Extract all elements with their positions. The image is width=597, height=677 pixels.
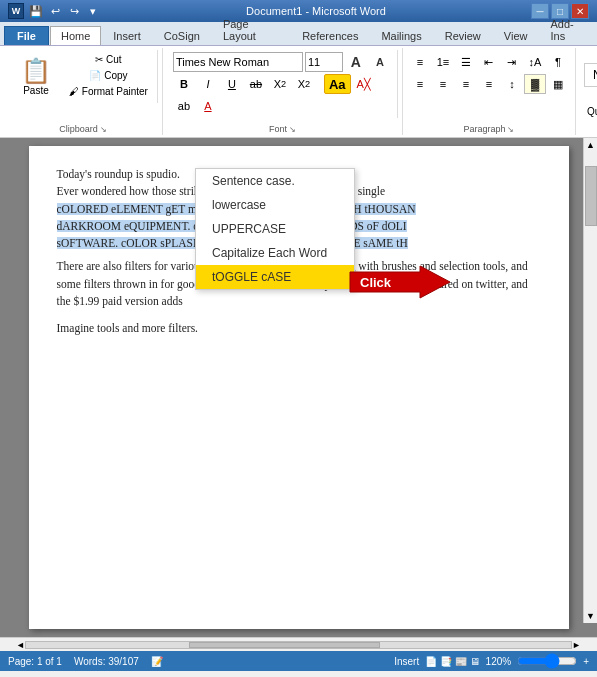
- tab-home[interactable]: Home: [50, 26, 101, 45]
- change-case-button[interactable]: Aa: [324, 74, 351, 94]
- ribbon-tabs: File Home Insert CoSign Page Layout Refe…: [0, 22, 597, 46]
- align-center-button[interactable]: ≡: [432, 74, 454, 94]
- bullets-button[interactable]: ≡: [409, 52, 431, 72]
- quick-change-styles-button[interactable]: Quick Change Styles: [582, 101, 597, 121]
- status-right: Insert 📄 📑 📰 🖥 120% +: [394, 656, 589, 667]
- doc-paragraph-4: Imagine tools and more filters.: [57, 320, 541, 337]
- paragraph-group: ≡ 1≡ ☰ ⇤ ⇥ ↕A ¶ ≡ ≡ ≡ ≡ ↕ ▓: [403, 48, 576, 135]
- sentence-case-item[interactable]: Sentence case.: [196, 169, 354, 193]
- window-title: Document1 - Microsoft Word: [101, 5, 531, 17]
- scroll-right-arrow[interactable]: ►: [572, 640, 581, 650]
- font-group: A A B I U ab X2 X2 Aa A╳: [163, 48, 403, 135]
- cut-button[interactable]: ✂ Cut: [64, 52, 153, 67]
- vertical-scrollbar[interactable]: ▲ ▼: [583, 138, 597, 623]
- title-bar-left: W 💾 ↩ ↪ ▾: [8, 3, 101, 19]
- tab-references[interactable]: References: [291, 26, 369, 45]
- zoom-in-button[interactable]: +: [583, 656, 589, 667]
- quick-access-toolbar: 💾 ↩ ↪ ▾: [28, 3, 101, 19]
- tab-review[interactable]: Review: [434, 26, 492, 45]
- decrease-indent-button[interactable]: ⇤: [478, 52, 500, 72]
- scroll-down-arrow[interactable]: ▼: [584, 609, 597, 623]
- zoom-slider[interactable]: [517, 656, 577, 666]
- h-scroll-thumb[interactable]: [189, 642, 380, 648]
- tab-mailings[interactable]: Mailings: [370, 26, 432, 45]
- clipboard-group: 📋 Paste ✂ Cut 📄 Copy 🖌 Format Painter Cl…: [4, 48, 163, 135]
- spell-check-icon[interactable]: 📝: [151, 656, 163, 667]
- lowercase-item[interactable]: lowercase: [196, 193, 354, 217]
- ribbon: 📋 Paste ✂ Cut 📄 Copy 🖌 Format Painter Cl…: [0, 46, 597, 138]
- increase-indent-button[interactable]: ⇥: [501, 52, 523, 72]
- click-annotation: Click: [340, 264, 460, 300]
- border-button[interactable]: ▦: [547, 74, 569, 94]
- words-info: Words: 39/107: [74, 656, 139, 667]
- save-button[interactable]: 💾: [28, 3, 44, 19]
- doc-imagine: Imagine tools and more filters.: [57, 322, 198, 334]
- format-painter-button[interactable]: 🖌 Format Painter: [64, 84, 153, 99]
- tab-addins[interactable]: Add-Ins: [539, 14, 596, 45]
- tab-pagelayout[interactable]: Page Layout: [212, 14, 290, 45]
- tab-view[interactable]: View: [493, 26, 539, 45]
- toggle-case-item[interactable]: tOGGLE cASE: [196, 265, 354, 289]
- change-case-dropdown: Sentence case. lowercase UPPERCASE Capit…: [195, 168, 355, 290]
- insert-mode: Insert: [394, 656, 419, 667]
- scroll-left-arrow[interactable]: ◄: [16, 640, 25, 650]
- clipboard-controls: 📋 Paste ✂ Cut 📄 Copy 🖌 Format Painter: [8, 50, 158, 103]
- clipboard-label: Clipboard: [59, 124, 98, 134]
- font-color-button[interactable]: A: [197, 96, 219, 116]
- clear-format-button[interactable]: A╳: [353, 74, 375, 94]
- align-right-button[interactable]: ≡: [455, 74, 477, 94]
- paste-label: Paste: [23, 85, 49, 96]
- zoom-level: 120%: [486, 656, 512, 667]
- style-normal-button[interactable]: Normal: [584, 63, 597, 87]
- tab-file[interactable]: File: [4, 26, 49, 45]
- align-left-button[interactable]: ≡: [409, 74, 431, 94]
- h-scroll-track[interactable]: [25, 641, 572, 649]
- tab-insert[interactable]: Insert: [102, 26, 152, 45]
- title-bar: W 💾 ↩ ↪ ▾ Document1 - Microsoft Word ─ □…: [0, 0, 597, 22]
- redo-button[interactable]: ↪: [66, 3, 82, 19]
- paste-icon: 📋: [21, 57, 51, 85]
- click-arrow-svg: Click: [340, 264, 460, 300]
- customize-button[interactable]: ▾: [85, 3, 101, 19]
- page-info: Page: 1 of 1: [8, 656, 62, 667]
- paragraph-label: Paragraph: [463, 124, 505, 134]
- horizontal-scrollbar[interactable]: ◄ ►: [0, 637, 597, 651]
- uppercase-item[interactable]: UPPERCASE: [196, 217, 354, 241]
- strikethrough-button[interactable]: ab: [245, 74, 267, 94]
- line-spacing-button[interactable]: ↕: [501, 74, 523, 94]
- undo-button[interactable]: ↩: [47, 3, 63, 19]
- font-controls: A A B I U ab X2 X2 Aa A╳: [167, 50, 398, 118]
- font-size-input[interactable]: [305, 52, 343, 72]
- italic-button[interactable]: I: [197, 74, 219, 94]
- clipboard-expand-icon[interactable]: ↘: [100, 125, 107, 134]
- status-bar: Page: 1 of 1 Words: 39/107 📝 Insert 📄 📑 …: [0, 651, 597, 671]
- styles-group: Normal No Spacing Heading 1 ▾ Quick Chan…: [576, 48, 597, 135]
- paragraph-expand-icon[interactable]: ↘: [507, 125, 514, 134]
- doc-text-before: Today's roundup is sp: [57, 168, 157, 180]
- underline-button[interactable]: U: [221, 74, 243, 94]
- font-expand-icon[interactable]: ↘: [289, 125, 296, 134]
- highlight-button[interactable]: ab: [173, 96, 195, 116]
- scroll-up-arrow[interactable]: ▲: [584, 138, 597, 152]
- capitalize-item[interactable]: Capitalize Each Word: [196, 241, 354, 265]
- copy-button[interactable]: 📄 Copy: [64, 68, 153, 83]
- paste-button[interactable]: 📋 Paste: [12, 52, 60, 101]
- bold-button[interactable]: B: [173, 74, 195, 94]
- view-icons: 📄 📑 📰 🖥: [425, 656, 479, 667]
- multilevel-button[interactable]: ☰: [455, 52, 477, 72]
- word-icon: W: [8, 3, 24, 19]
- clipboard-sub-buttons: ✂ Cut 📄 Copy 🖌 Format Painter: [60, 52, 153, 101]
- font-name-input[interactable]: [173, 52, 303, 72]
- show-marks-button[interactable]: ¶: [547, 52, 569, 72]
- sort-button[interactable]: ↕A: [524, 52, 546, 72]
- scroll-thumb[interactable]: [585, 166, 597, 226]
- shading-button[interactable]: ▓: [524, 74, 546, 94]
- increase-font-button[interactable]: A: [345, 52, 367, 72]
- superscript-button[interactable]: X2: [293, 74, 315, 94]
- tab-cosign[interactable]: CoSign: [153, 26, 211, 45]
- subscript-button[interactable]: X2: [269, 74, 291, 94]
- decrease-font-button[interactable]: A: [369, 52, 391, 72]
- numbering-button[interactable]: 1≡: [432, 52, 454, 72]
- font-label: Font: [269, 124, 287, 134]
- justify-button[interactable]: ≡: [478, 74, 500, 94]
